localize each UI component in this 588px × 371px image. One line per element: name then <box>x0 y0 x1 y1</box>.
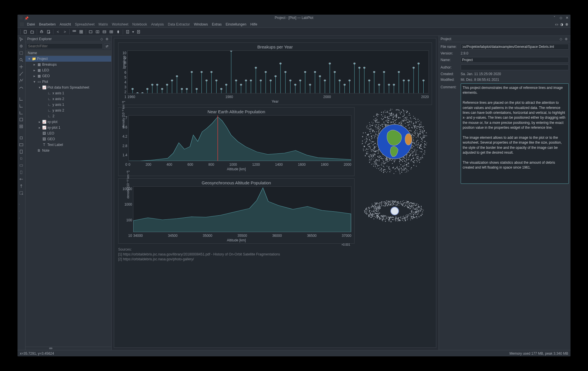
tool-export[interactable] <box>124 29 131 35</box>
menubar-icon-1[interactable]: ▭ <box>554 22 558 26</box>
tool-m2-icon[interactable] <box>19 184 24 189</box>
tool-grid-1[interactable] <box>87 29 94 35</box>
svg-point-1347 <box>412 218 412 218</box>
props-detach-icon[interactable]: ◇ <box>560 37 564 41</box>
tool-curve-icon[interactable] <box>19 85 24 90</box>
explorer-detach-icon[interactable]: ◇ <box>100 37 104 41</box>
svg-point-535 <box>398 117 399 117</box>
tool-add-page[interactable] <box>135 29 142 35</box>
image-geo[interactable] <box>357 178 432 244</box>
tool-gear-icon[interactable] <box>19 44 24 49</box>
close-button[interactable]: ✕ <box>565 16 569 20</box>
svg-point-319 <box>416 154 416 155</box>
tool-boxin-icon[interactable] <box>19 124 24 129</box>
svg-point-687 <box>375 126 375 126</box>
tree-item[interactable]: TText Label <box>26 142 111 148</box>
svg-point-214 <box>417 121 418 121</box>
tool-open[interactable] <box>29 29 36 35</box>
image-leo[interactable] <box>357 107 432 176</box>
tree-item[interactable]: 🖼GEO <box>26 136 111 142</box>
tool-box-icon[interactable] <box>19 117 24 122</box>
svg-point-384 <box>395 161 395 162</box>
tool-dot2-icon[interactable]: · <box>19 209 24 214</box>
menu-hilfe[interactable]: Hilfe <box>248 22 259 26</box>
explorer-title: Project Explorer <box>27 37 99 41</box>
worksheet[interactable]: Breakups per Year 10987654321 breakups 1… <box>114 38 436 348</box>
tool-z3-icon[interactable] <box>19 149 24 155</box>
menu-bearbeiten[interactable]: Bearbeiten <box>37 22 58 26</box>
tool-arrow-icon[interactable] <box>19 37 24 42</box>
plot-geo[interactable]: Geosynchronous Altitude Population 10000… <box>118 178 355 244</box>
tool-new[interactable] <box>22 29 29 35</box>
tree-item[interactable]: ▾📁Project <box>26 56 111 62</box>
tool-z2-icon[interactable] <box>19 142 24 148</box>
tree-item[interactable]: ∟2 <box>26 113 111 119</box>
tool-dot1-icon[interactable]: · <box>19 202 24 207</box>
author-field[interactable] <box>461 65 569 70</box>
tree-item[interactable]: ▾▭Plot <box>26 79 111 85</box>
tool-sel-icon[interactable] <box>19 191 24 196</box>
tree-item[interactable]: 🖼LEO <box>26 130 111 136</box>
tree-item[interactable]: ▸📈xy-plot <box>26 119 111 125</box>
tool-m1-icon[interactable] <box>19 177 24 182</box>
tool-peak-icon[interactable] <box>19 78 24 83</box>
tree-item[interactable]: ∟y axis 1 <box>26 102 111 108</box>
props-close-icon[interactable]: ⊗ <box>565 37 569 41</box>
tool-z6-icon[interactable] <box>19 170 24 175</box>
pin-icon[interactable]: 📌 <box>24 16 27 19</box>
menu-einstellungen[interactable]: Einstellungen <box>224 22 248 26</box>
menu-ansicht[interactable]: Ansicht <box>58 22 73 26</box>
plot-leo[interactable]: Near Earth Altitude Population 75.64.22.… <box>118 107 355 176</box>
tool-dot3-icon[interactable]: · <box>19 216 24 221</box>
menu-datei[interactable]: Datei <box>25 22 37 26</box>
tool-view-1[interactable] <box>71 29 78 35</box>
tool-cross-icon[interactable] <box>19 65 24 70</box>
tool-select-icon[interactable] <box>19 51 24 56</box>
tool-view-2[interactable] <box>78 29 85 35</box>
tree-item[interactable]: ▸📈xy-plot 1 <box>26 125 111 130</box>
project-tree[interactable]: ▾📁Project▸▦Breakups▸▦LEO▸▦GEO▾▭Plot▾📈Plo… <box>26 56 111 347</box>
minimize-button[interactable]: ˅ <box>553 16 556 20</box>
tool-ruler-icon[interactable] <box>19 71 24 77</box>
search-options-icon[interactable]: ⇄ <box>104 43 110 49</box>
tree-item[interactable]: 🗎Note <box>26 148 111 153</box>
tree-item[interactable]: ∟x axis 1 <box>26 90 111 96</box>
svg-point-486 <box>401 160 402 161</box>
menu-extras[interactable]: Extras <box>210 22 224 26</box>
menu-windows[interactable]: Windows <box>192 22 210 26</box>
tool-z4-icon[interactable] <box>19 156 24 161</box>
explorer-close-icon[interactable]: ⊗ <box>106 37 110 41</box>
tree-item[interactable]: ∟x axis 2 <box>26 96 111 102</box>
tool-grid-3[interactable] <box>101 29 108 35</box>
comment-field[interactable] <box>461 83 569 184</box>
tool-z5-icon[interactable] <box>19 163 24 168</box>
tool-grid-4[interactable] <box>108 29 115 35</box>
tool-l1-icon[interactable] <box>19 97 24 102</box>
worksheet-area[interactable]: Breakups per Year 10987654321 breakups 1… <box>112 36 439 350</box>
svg-point-1325 <box>385 204 386 204</box>
tool-theme[interactable] <box>115 29 122 35</box>
tool-grid-2[interactable] <box>94 29 101 35</box>
tree-item[interactable]: ▸▦Breakups <box>26 62 111 67</box>
name-field[interactable] <box>461 57 569 63</box>
menubar-close-icon[interactable]: ⊗ <box>565 22 569 26</box>
menu-icon[interactable] <box>20 22 24 26</box>
tree-item[interactable]: ▸▦GEO <box>26 73 111 79</box>
tree-item[interactable]: ∟y axis 2 <box>26 108 111 113</box>
tool-l3-icon[interactable] <box>19 110 24 116</box>
search-input[interactable] <box>27 43 103 49</box>
menubar-icon-2[interactable]: ◑ <box>560 22 564 26</box>
tool-export-menu[interactable]: ▾ <box>131 29 135 35</box>
plot-breakups[interactable]: Breakups per Year 10987654321 breakups 1… <box>118 42 432 105</box>
tool-l2-icon[interactable] <box>19 104 24 109</box>
tree-item[interactable]: ▸▦LEO <box>26 67 111 73</box>
tool-zoom-icon[interactable] <box>19 58 24 63</box>
tool-print-preview[interactable] <box>45 29 52 35</box>
tool-z1-icon[interactable] <box>19 136 24 141</box>
maximize-button[interactable]: ◇ <box>559 16 562 20</box>
tree-column-header[interactable]: Name <box>26 50 111 56</box>
filename-field[interactable] <box>461 44 569 50</box>
tool-print[interactable] <box>38 29 45 35</box>
tree-item[interactable]: ▾📈Plot data from Spreadsheet <box>26 85 111 90</box>
svg-point-426 <box>394 121 394 122</box>
